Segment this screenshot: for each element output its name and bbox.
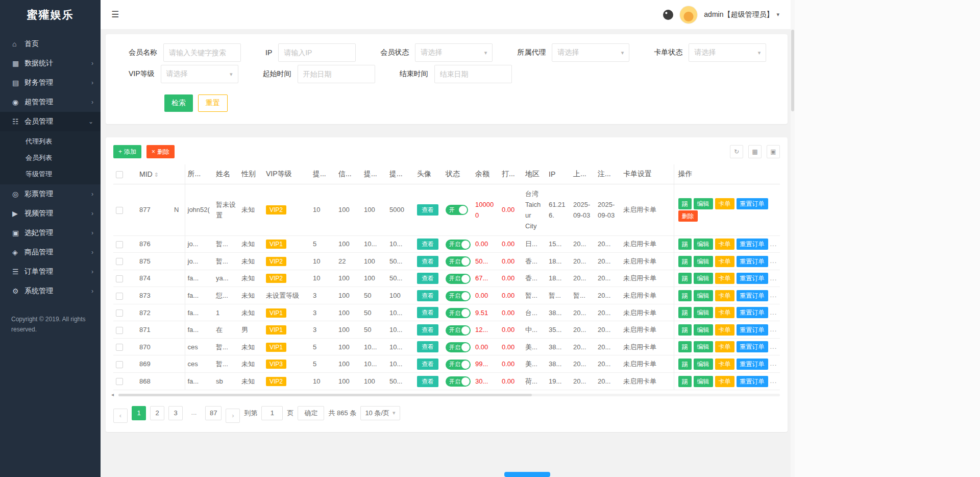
reset-button[interactable]: 重置订单 — [737, 290, 768, 301]
scrollbar-thumb[interactable] — [118, 394, 532, 396]
reset-button[interactable]: 重置订单 — [737, 359, 768, 370]
sort-icon[interactable]: ⇕ — [154, 172, 159, 178]
clipped-blue-button[interactable] — [504, 472, 550, 477]
end-time-input[interactable] — [434, 65, 512, 83]
edit-button[interactable]: 编辑 — [694, 324, 713, 336]
sidebar-item-super-admin[interactable]: ◉超管管理› — [0, 92, 101, 112]
member-name-input[interactable] — [163, 43, 241, 62]
vip-level-select[interactable]: 请选择▾ — [161, 65, 238, 83]
reset-button[interactable]: 重置 — [198, 94, 228, 112]
edit-button[interactable]: 编辑 — [694, 290, 713, 301]
page-ellipsis[interactable]: ... — [187, 406, 201, 420]
sidebar-item-video[interactable]: ▶视频管理› — [0, 204, 101, 223]
horizontal-scrollbar[interactable]: ◂ — [113, 392, 780, 397]
reset-button[interactable]: 重置订单 — [737, 273, 768, 284]
view-avatar-button[interactable]: 查看 — [417, 359, 438, 370]
reset-button[interactable]: 重置订单 — [737, 256, 768, 267]
kick-button[interactable]: 踢 — [678, 290, 692, 301]
kick-button[interactable]: 踢 — [678, 359, 692, 370]
row-checkbox[interactable] — [116, 258, 123, 265]
ip-input[interactable] — [278, 43, 356, 62]
card-button[interactable]: 卡单 — [715, 359, 734, 370]
reset-button[interactable]: 重置订单 — [737, 341, 768, 352]
reset-button[interactable]: 重置订单 — [737, 376, 768, 387]
view-avatar-button[interactable]: 查看 — [417, 273, 438, 284]
edit-button[interactable]: 编辑 — [694, 359, 713, 370]
reset-button[interactable]: 重置订单 — [737, 307, 768, 318]
kick-button[interactable]: 踢 — [678, 256, 692, 267]
kick-button[interactable]: 踢 — [678, 376, 692, 387]
sidebar-item-orders[interactable]: ☰订单管理› — [0, 262, 101, 281]
view-avatar-button[interactable]: 查看 — [417, 324, 438, 336]
export-tool-button[interactable]: ▣ — [767, 145, 780, 158]
edit-button[interactable]: 编辑 — [694, 376, 713, 387]
sidebar-item-members[interactable]: ☷会员管理⌄ — [0, 112, 101, 131]
edit-button[interactable]: 编辑 — [694, 256, 713, 267]
card-button[interactable]: 卡单 — [715, 324, 734, 336]
member-status-select[interactable]: 请选择▾ — [415, 43, 493, 62]
reset-button[interactable]: 重置订单 — [737, 238, 768, 250]
page-button-87[interactable]: 87 — [205, 406, 222, 420]
card-button[interactable]: 卡单 — [715, 307, 734, 318]
sidebar-item-home[interactable]: ⌂首页 — [0, 34, 101, 54]
goto-confirm-button[interactable]: 确定 — [298, 406, 324, 420]
prev-page-button[interactable]: ‹ — [113, 409, 128, 423]
card-button[interactable]: 卡单 — [715, 198, 734, 209]
row-checkbox[interactable] — [116, 275, 123, 282]
page-button-2[interactable]: 2 — [150, 406, 164, 420]
next-page-button[interactable]: › — [226, 409, 240, 423]
status-toggle[interactable]: 开启 — [446, 376, 471, 387]
card-button[interactable]: 卡单 — [715, 273, 734, 284]
card-status-select[interactable]: 请选择▾ — [689, 43, 766, 62]
status-toggle[interactable]: 开启 — [446, 291, 471, 301]
card-button[interactable]: 卡单 — [715, 376, 734, 387]
delete-row-button[interactable]: 删除 — [678, 210, 698, 222]
row-checkbox[interactable] — [116, 344, 123, 351]
start-time-input[interactable] — [298, 65, 375, 83]
select-all-checkbox[interactable] — [116, 171, 123, 178]
delete-button[interactable]: × 删除 — [146, 145, 175, 158]
agent-select[interactable]: 请选择▾ — [552, 43, 629, 62]
sidebar-subitem-agent-list[interactable]: 代理列表 — [0, 133, 101, 150]
page-button-1[interactable]: 1 — [132, 406, 146, 420]
goto-page-input[interactable] — [261, 406, 283, 420]
sidebar-subitem-level-manage[interactable]: 等级管理 — [0, 166, 101, 182]
reset-button[interactable]: 重置订单 — [737, 324, 768, 336]
scroll-left-icon[interactable]: ◂ — [111, 392, 114, 397]
kick-button[interactable]: 踢 — [678, 307, 692, 318]
card-button[interactable]: 卡单 — [715, 256, 734, 267]
status-toggle[interactable]: 开启 — [446, 256, 471, 267]
view-avatar-button[interactable]: 查看 — [417, 341, 438, 352]
kick-button[interactable]: 踢 — [678, 273, 692, 284]
add-button[interactable]: + 添加 — [113, 145, 141, 158]
view-avatar-button[interactable]: 查看 — [417, 376, 438, 387]
avatar[interactable] — [679, 6, 698, 24]
edit-button[interactable]: 编辑 — [694, 198, 713, 209]
sidebar-item-finance[interactable]: ▤财务管理› — [0, 73, 101, 92]
sidebar-item-lottery[interactable]: ◎彩票管理› — [0, 184, 101, 204]
search-button[interactable]: 检索 — [164, 94, 193, 112]
row-checkbox[interactable] — [116, 207, 123, 214]
sidebar-subitem-member-list[interactable]: 会员列表 — [0, 150, 101, 166]
row-checkbox[interactable] — [116, 361, 123, 368]
theme-icon[interactable] — [663, 10, 673, 20]
card-button[interactable]: 卡单 — [715, 290, 734, 301]
status-toggle[interactable]: 开启 — [446, 325, 471, 336]
column-header-mid[interactable]: MID⇕ — [137, 164, 172, 184]
status-toggle[interactable]: 开启 — [446, 360, 471, 370]
sidebar-item-stats[interactable]: ▦数据统计› — [0, 54, 101, 73]
sidebar-item-xuanfei[interactable]: ▣选妃管理› — [0, 223, 101, 243]
status-toggle[interactable]: 开启 — [446, 240, 471, 250]
status-toggle[interactable]: 开 — [446, 205, 468, 215]
status-toggle[interactable]: 开启 — [446, 342, 471, 352]
kick-button[interactable]: 踢 — [678, 238, 692, 250]
per-page-select[interactable]: 10 条/页▾ — [360, 406, 400, 420]
user-menu[interactable]: admin【超级管理员】 ▾ — [704, 10, 779, 19]
card-button[interactable]: 卡单 — [715, 341, 734, 352]
view-avatar-button[interactable]: 查看 — [417, 238, 438, 250]
view-avatar-button[interactable]: 查看 — [417, 204, 438, 216]
row-checkbox[interactable] — [116, 327, 123, 334]
edit-button[interactable]: 编辑 — [694, 307, 713, 318]
vertical-scrollbar-thumb[interactable] — [791, 30, 794, 111]
reset-button[interactable]: 重置订单 — [737, 198, 768, 209]
